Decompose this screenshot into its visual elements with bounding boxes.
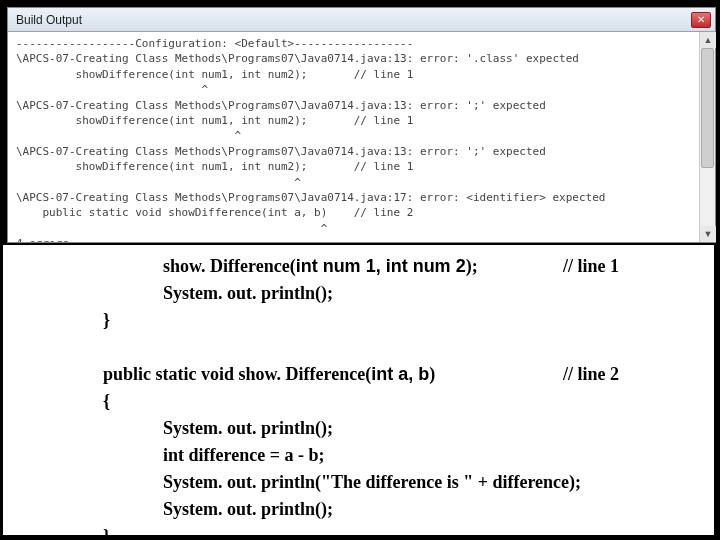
- code-line: }: [3, 523, 714, 540]
- window-title: Build Output: [12, 13, 691, 27]
- code-text: System. out. println("The difference is …: [163, 469, 581, 496]
- code-text: System. out. println();: [163, 280, 333, 307]
- code-text: }: [103, 523, 110, 540]
- scroll-up-arrow-icon[interactable]: ▲: [700, 32, 716, 48]
- code-line: int difference = a - b;: [3, 442, 714, 469]
- code-text: int a, b: [371, 361, 429, 388]
- build-output-window: Build Output ✕ ------------------Configu…: [7, 7, 716, 243]
- code-text: show. Difference(: [163, 253, 296, 280]
- code-line: public static void show. Difference(int …: [3, 361, 714, 388]
- code-line: System. out. println();: [3, 415, 714, 442]
- code-comment: // line 2: [563, 361, 619, 388]
- code-text: );: [466, 253, 478, 280]
- code-line: System. out. println();: [3, 496, 714, 523]
- code-blank: [3, 334, 714, 361]
- code-text: System. out. println();: [163, 496, 333, 523]
- code-line: System. out. println();: [3, 280, 714, 307]
- close-icon: ✕: [697, 14, 705, 25]
- code-text: }: [103, 307, 110, 334]
- code-text: int num 1, int num 2: [296, 253, 466, 280]
- code-line: show. Difference(int num 1, int num 2); …: [3, 253, 714, 280]
- code-text: {: [103, 388, 110, 415]
- code-line: }: [3, 307, 714, 334]
- scroll-down-arrow-icon[interactable]: ▼: [700, 226, 716, 242]
- code-line: {: [3, 388, 714, 415]
- code-line: System. out. println("The difference is …: [3, 469, 714, 496]
- close-button[interactable]: ✕: [691, 12, 711, 28]
- code-text: ): [429, 361, 435, 388]
- code-text: public static void show. Difference(: [103, 361, 371, 388]
- code-text: int difference = a - b;: [163, 442, 324, 469]
- vertical-scrollbar[interactable]: ▲ ▼: [699, 32, 715, 242]
- output-area: ------------------Configuration: <Defaul…: [8, 32, 715, 242]
- code-comment: // line 1: [563, 253, 619, 280]
- output-text: ------------------Configuration: <Defaul…: [8, 32, 699, 242]
- code-snippet: show. Difference(int num 1, int num 2); …: [3, 243, 714, 535]
- window-titlebar: Build Output ✕: [8, 8, 715, 32]
- scroll-thumb[interactable]: [701, 48, 714, 168]
- code-text: System. out. println();: [163, 415, 333, 442]
